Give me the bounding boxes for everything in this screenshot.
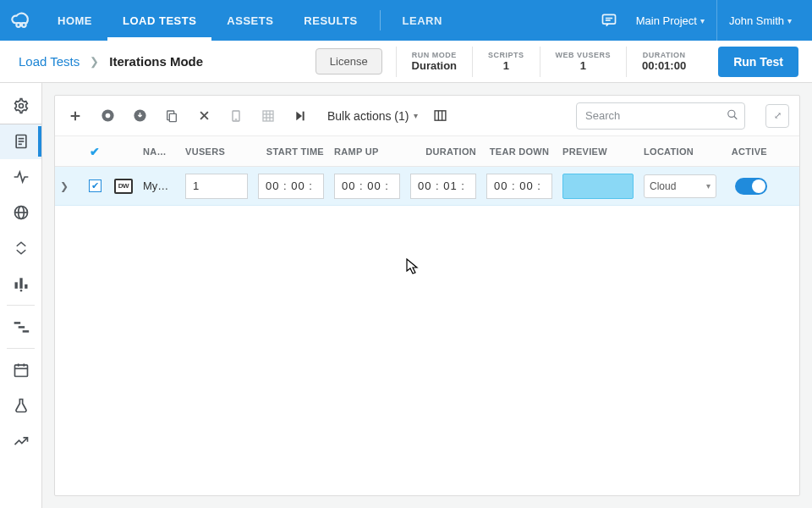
svg-point-27 bbox=[105, 113, 110, 119]
col-vusers[interactable]: VUSERS bbox=[180, 146, 253, 157]
stat-value: Duration bbox=[412, 59, 457, 72]
rail-collapse[interactable] bbox=[0, 230, 41, 266]
svg-rect-14 bbox=[19, 278, 22, 289]
ramp-up-input[interactable] bbox=[334, 174, 400, 199]
svg-point-5 bbox=[19, 104, 23, 108]
search-input[interactable] bbox=[576, 102, 745, 130]
skip-end-icon[interactable] bbox=[290, 106, 310, 126]
rail-settings[interactable] bbox=[0, 88, 41, 124]
svg-point-0 bbox=[16, 23, 20, 27]
rail-scripts[interactable] bbox=[0, 124, 41, 159]
start-time-input[interactable] bbox=[258, 174, 324, 199]
stat-value: 1 bbox=[488, 59, 524, 72]
rail-network[interactable] bbox=[0, 195, 41, 230]
project-name: Main Project bbox=[636, 14, 697, 27]
load-preview-graph bbox=[562, 174, 634, 199]
bulk-actions-label: Bulk actions (1) bbox=[327, 109, 409, 123]
stat-value: 00:01:00 bbox=[642, 59, 686, 72]
col-name[interactable]: NA… bbox=[138, 146, 180, 157]
stat-duration: DURATION 00:01:00 bbox=[626, 47, 701, 77]
grid-icon[interactable] bbox=[258, 106, 278, 126]
app-logo[interactable] bbox=[0, 0, 42, 41]
add-icon[interactable] bbox=[65, 106, 85, 126]
main-content: Bulk actions (1) ▾ ⤢ ✔ NA… bbox=[42, 83, 812, 508]
col-duration[interactable]: DURATION bbox=[405, 146, 481, 157]
sub-header: Load Tests ❯ Iterations Mode License RUN… bbox=[0, 41, 812, 83]
col-preview[interactable]: PREVIEW bbox=[557, 146, 639, 157]
svg-point-1 bbox=[22, 23, 26, 27]
stat-label: WEB VUSERS bbox=[556, 51, 612, 59]
rail-separator bbox=[7, 305, 35, 306]
col-active[interactable]: ACTIVE bbox=[721, 146, 777, 157]
col-ramp-up[interactable]: RAMP UP bbox=[329, 146, 405, 157]
rail-steps[interactable] bbox=[0, 309, 41, 345]
rail-separator bbox=[7, 348, 35, 349]
tear-down-input[interactable] bbox=[486, 174, 552, 199]
table-row: ❯ ✔ DW MySc… Cloud ▾ bbox=[55, 167, 799, 206]
nav-home[interactable]: HOME bbox=[42, 0, 107, 41]
duration-input[interactable] bbox=[410, 174, 476, 199]
svg-rect-17 bbox=[14, 322, 20, 324]
svg-rect-40 bbox=[303, 111, 304, 120]
close-icon[interactable] bbox=[194, 106, 214, 126]
panel-toolbar: Bulk actions (1) ▾ ⤢ bbox=[55, 96, 799, 136]
breadcrumb-current: Iterations Mode bbox=[109, 54, 203, 69]
breadcrumb-root[interactable]: Load Tests bbox=[19, 54, 80, 69]
location-value: Cloud bbox=[650, 180, 676, 192]
source-icon[interactable] bbox=[97, 106, 118, 126]
rail-lab[interactable] bbox=[0, 388, 41, 423]
col-location[interactable]: LOCATION bbox=[639, 146, 721, 157]
bulk-actions-menu[interactable]: Bulk actions (1) ▾ bbox=[327, 109, 418, 123]
download-icon[interactable] bbox=[129, 106, 150, 126]
stat-label: DURATION bbox=[642, 51, 686, 59]
nav-assets[interactable]: ASSETS bbox=[211, 0, 288, 41]
location-select[interactable]: Cloud ▾ bbox=[644, 174, 716, 198]
calendar-icon bbox=[13, 362, 30, 378]
svg-rect-20 bbox=[14, 365, 27, 376]
nav-learn[interactable]: LEARN bbox=[387, 0, 458, 41]
trend-up-icon bbox=[13, 433, 30, 450]
run-test-button[interactable]: Run Test bbox=[718, 47, 798, 77]
comments-icon[interactable] bbox=[594, 5, 624, 36]
rail-schedule[interactable] bbox=[0, 352, 41, 388]
stat-label: RUN MODE bbox=[412, 51, 457, 59]
device-icon[interactable] bbox=[226, 106, 246, 126]
activity-icon bbox=[13, 168, 30, 185]
nav-load-tests[interactable]: LOAD TESTS bbox=[107, 0, 211, 41]
active-toggle[interactable] bbox=[735, 178, 767, 195]
scripts-panel: Bulk actions (1) ▾ ⤢ ✔ NA… bbox=[54, 95, 800, 496]
nav-divider bbox=[380, 10, 381, 30]
license-button[interactable]: License bbox=[315, 48, 382, 75]
stat-label: SCRIPTS bbox=[488, 51, 524, 59]
svg-rect-19 bbox=[22, 330, 28, 333]
top-nav: HOME LOAD TESTS ASSETS RESULTS LEARN Mai… bbox=[0, 0, 812, 41]
svg-rect-41 bbox=[435, 111, 446, 120]
row-name[interactable]: MySc… bbox=[143, 179, 175, 192]
select-all-checkbox[interactable]: ✔ bbox=[90, 145, 100, 158]
nav-results[interactable]: RESULTS bbox=[288, 0, 372, 41]
chevron-down-icon: ▾ bbox=[414, 111, 418, 120]
rail-sla[interactable] bbox=[0, 266, 41, 301]
user-menu[interactable]: John Smith ▾ bbox=[716, 0, 804, 41]
rail-activity[interactable] bbox=[0, 159, 41, 195]
project-selector[interactable]: Main Project ▾ bbox=[624, 0, 716, 41]
stat-scripts: SCRIPTS 1 bbox=[472, 47, 540, 77]
row-checkbox[interactable]: ✔ bbox=[89, 179, 102, 192]
col-tear-down[interactable]: TEAR DOWN bbox=[481, 146, 557, 157]
stat-value: 1 bbox=[556, 59, 612, 72]
rail-trends[interactable] bbox=[0, 423, 41, 459]
chevron-down-icon: ▾ bbox=[787, 16, 792, 25]
search-field bbox=[576, 102, 745, 130]
expand-panel-icon[interactable]: ⤢ bbox=[765, 104, 789, 128]
bars-icon bbox=[13, 275, 30, 292]
svg-marker-39 bbox=[296, 111, 302, 120]
stat-run-mode: RUN MODE Duration bbox=[396, 47, 472, 77]
copy-icon[interactable] bbox=[162, 106, 182, 126]
col-start-time[interactable]: START TIME bbox=[253, 146, 329, 157]
svg-point-16 bbox=[19, 290, 22, 292]
stat-group: RUN MODE Duration SCRIPTS 1 WEB VUSERS 1… bbox=[396, 41, 702, 82]
row-expander[interactable]: ❯ bbox=[60, 180, 69, 192]
vusers-input[interactable] bbox=[185, 174, 248, 199]
breadcrumb-separator: ❯ bbox=[90, 55, 99, 68]
columns-icon[interactable] bbox=[430, 106, 450, 126]
